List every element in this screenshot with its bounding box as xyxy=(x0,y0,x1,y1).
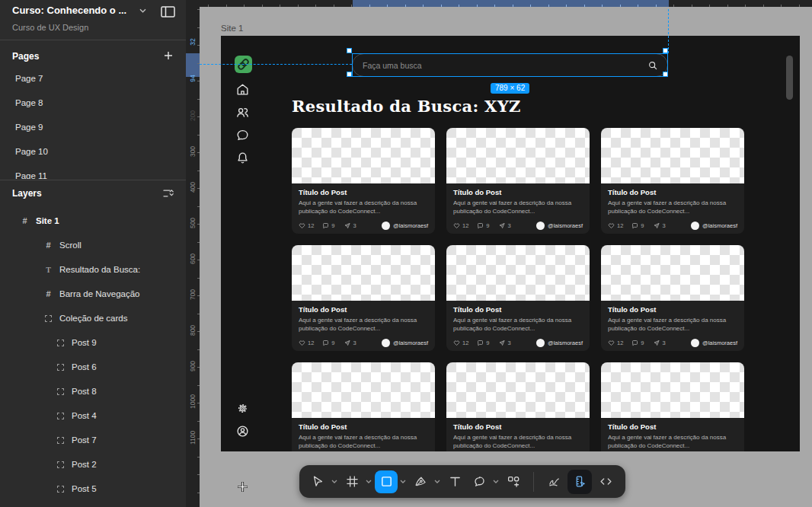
frame-tool[interactable] xyxy=(340,470,363,493)
account-icon[interactable] xyxy=(235,424,250,438)
layer-item-cole-o-de-cards[interactable]: Coleção de cards xyxy=(0,306,186,330)
post-author[interactable]: @laismoraesf xyxy=(536,339,583,347)
move-tool[interactable] xyxy=(306,470,329,493)
post-author[interactable]: @laismoraesf xyxy=(691,339,737,347)
layer-item-post-2[interactable]: Post 2 xyxy=(0,452,186,477)
inspect-tool[interactable] xyxy=(567,470,592,494)
sidebar-page-item[interactable]: Page 8 xyxy=(0,91,186,115)
frame-label[interactable]: Site 1 xyxy=(221,24,243,33)
shares-stat[interactable]: 3 xyxy=(653,340,666,346)
actions-tool-group xyxy=(502,470,525,493)
rectangle-tool-chevron-icon[interactable] xyxy=(398,470,408,493)
sidebar-page-item[interactable]: Page 9 xyxy=(0,115,186,139)
design-frame[interactable]: Faça uma busca Resultado da Busca: XYZ T… xyxy=(221,36,800,451)
post-card[interactable]: Título do PostAqui a gente vai fazer a d… xyxy=(601,245,744,351)
likes-stat[interactable]: 12 xyxy=(608,340,623,346)
post-description: Aqui a gente vai fazer a descrição da no… xyxy=(453,316,583,333)
rectangle-tool[interactable] xyxy=(375,470,398,493)
code-tool[interactable] xyxy=(593,470,618,494)
post-card[interactable]: Título do PostAqui a gente vai fazer a d… xyxy=(292,362,435,451)
pen-tool-chevron-icon[interactable] xyxy=(432,470,442,493)
comments-stat[interactable]: 9 xyxy=(322,222,334,229)
actions-tool[interactable] xyxy=(502,470,525,493)
post-card[interactable]: Título do PostAqui a gente vai fazer a d… xyxy=(601,362,744,451)
comments-stat[interactable]: 9 xyxy=(631,340,644,346)
shares-stat[interactable]: 3 xyxy=(344,222,356,229)
frame-tool-chevron-icon[interactable] xyxy=(363,470,373,493)
ruler-label: 94 xyxy=(189,72,197,85)
post-author[interactable]: @laismoraesf xyxy=(536,222,583,230)
people-icon[interactable] xyxy=(235,105,250,120)
shares-icon xyxy=(344,340,351,346)
comment-tool[interactable] xyxy=(468,470,491,493)
post-image-placeholder xyxy=(446,362,590,418)
draw-tool[interactable] xyxy=(542,470,566,494)
selection-handle-top-left[interactable] xyxy=(347,48,352,53)
post-author[interactable]: @laismoraesf xyxy=(382,222,428,230)
collapse-layers-icon[interactable] xyxy=(161,187,175,200)
post-card[interactable]: Título do PostAqui a gente vai fazer a d… xyxy=(446,245,590,351)
comments-stat[interactable]: 9 xyxy=(477,222,489,229)
stat-count: 12 xyxy=(462,222,468,229)
selection-handle-bottom-right[interactable] xyxy=(663,72,668,77)
sidebar-page-item[interactable]: Page 11 xyxy=(0,164,186,179)
selection-handle-top-right[interactable] xyxy=(663,48,668,53)
toggle-sidebar-icon[interactable] xyxy=(158,4,177,19)
sidebar-page-item[interactable]: Page 7 xyxy=(0,66,186,91)
post-title: Título do Post xyxy=(453,188,583,196)
layer-item-post-9[interactable]: Post 9 xyxy=(0,330,186,355)
bell-icon[interactable] xyxy=(235,151,250,165)
ruler-tick xyxy=(709,5,710,7)
post-card[interactable]: Título do PostAqui a gente vai fazer a d… xyxy=(292,128,435,234)
shares-stat[interactable]: 3 xyxy=(498,222,511,229)
layer-item-post-4[interactable]: Post 4 xyxy=(0,403,186,428)
shares-stat[interactable]: 3 xyxy=(498,340,511,346)
post-card[interactable]: Título do PostAqui a gente vai fazer a d… xyxy=(292,245,435,351)
layer-item-label: Post 8 xyxy=(72,387,97,396)
layer-item-site-1[interactable]: #Site 1 xyxy=(0,209,186,233)
add-page-icon[interactable] xyxy=(161,49,175,62)
selection-handle-bottom-left[interactable] xyxy=(347,72,352,77)
layer-item-post-6[interactable]: Post 6 xyxy=(0,355,186,379)
comments-stat[interactable]: 9 xyxy=(477,340,489,346)
pages-list: Page 7Page 8Page 9Page 10Page 11 xyxy=(0,66,186,179)
likes-stat[interactable]: 12 xyxy=(299,222,314,229)
pen-tool[interactable] xyxy=(409,470,432,493)
layer-item-post-8[interactable]: Post 8 xyxy=(0,379,186,403)
likes-stat[interactable]: 12 xyxy=(453,340,468,346)
likes-stat[interactable]: 12 xyxy=(608,222,623,229)
shares-stat[interactable]: 3 xyxy=(344,340,356,346)
search-results-heading[interactable]: Resultado da Busca: XYZ xyxy=(292,97,521,116)
settings-icon[interactable] xyxy=(235,401,250,416)
post-card[interactable]: Título do PostAqui a gente vai fazer a d… xyxy=(601,128,744,234)
shares-stat[interactable]: 3 xyxy=(653,222,666,229)
sidebar-page-item[interactable]: Page 10 xyxy=(0,139,186,164)
post-author[interactable]: @laismoraesf xyxy=(382,339,428,347)
chat-icon[interactable] xyxy=(235,128,250,142)
layer-item-resultado-da-busca[interactable]: TResultado da Busca: xyxy=(0,257,186,282)
layer-item-post-5[interactable]: Post 5 xyxy=(0,477,186,501)
post-card[interactable]: Título do PostAqui a gente vai fazer a d… xyxy=(446,128,590,234)
likes-stat[interactable]: 12 xyxy=(299,340,314,346)
ruler-label: 200 xyxy=(189,109,197,123)
move-tool-chevron-icon[interactable] xyxy=(329,470,339,493)
comments-stat[interactable]: 9 xyxy=(322,340,334,346)
layer-item-label: Post 2 xyxy=(72,460,97,469)
ruler-label: 300 xyxy=(189,145,197,158)
comment-tool-chevron-icon[interactable] xyxy=(491,470,500,493)
frame-scrollbar[interactable] xyxy=(786,56,793,100)
instance-icon xyxy=(57,364,64,371)
ruler-tick xyxy=(197,188,200,189)
chevron-down-icon[interactable] xyxy=(139,8,146,13)
text-tool[interactable] xyxy=(443,470,466,493)
layer-item-post-7[interactable]: Post 7 xyxy=(0,428,186,452)
comments-stat[interactable]: 9 xyxy=(631,222,644,229)
layer-item-scroll[interactable]: #Scroll xyxy=(0,233,186,257)
layer-item-barra-de-navega-o[interactable]: #Barra de Navegação xyxy=(0,282,186,306)
home-icon[interactable] xyxy=(235,82,250,97)
post-author[interactable]: @laismoraesf xyxy=(691,222,737,230)
layers-list: #Site 1#ScrollTResultado da Busca:#Barra… xyxy=(0,209,186,501)
likes-stat[interactable]: 12 xyxy=(453,222,468,229)
post-card[interactable]: Título do PostAqui a gente vai fazer a d… xyxy=(446,362,590,451)
file-title[interactable]: Curso: Conhecendo o ... xyxy=(12,5,126,16)
